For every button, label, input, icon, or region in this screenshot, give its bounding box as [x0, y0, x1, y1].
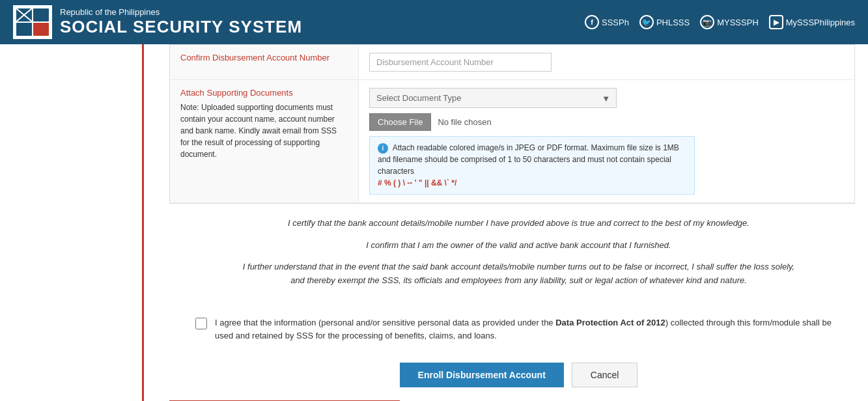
page-wrapper: Republic of the Philippines SOCIAL SECUR… — [0, 0, 868, 401]
twitter-icon: 🐦 — [639, 15, 654, 29]
info-text: Attach readable colored image/s in JPEG … — [378, 143, 679, 176]
main-content: Confirm Disbursement Account Number Atta… — [0, 44, 868, 401]
republic-text: Republic of the Philippines — [60, 7, 302, 17]
file-chooser-row: Choose File No file chosen — [369, 113, 844, 131]
file-info-box: i Attach readable colored image/s in JPE… — [369, 136, 695, 195]
checkbox-text-before: I agree that the information (personal a… — [215, 318, 555, 327]
confirm-account-input[interactable] — [369, 53, 552, 72]
header-left: Republic of the Philippines SOCIAL SECUR… — [13, 5, 302, 39]
youtube-label: MySSSPhilippines — [786, 18, 855, 27]
social-facebook: f SSSPh — [585, 15, 629, 29]
special-chars-text: # % ( ) \ -- ' " || && \` */ — [378, 178, 456, 187]
cert-text-3: I further understand that in the event t… — [239, 260, 799, 288]
doc-type-select[interactable]: Select Document Type — [369, 88, 617, 108]
choose-file-button[interactable]: Choose File — [369, 113, 431, 131]
header-title: Republic of the Philippines SOCIAL SECUR… — [60, 7, 302, 37]
social-twitter: 🐦 PHLSSS — [639, 15, 690, 29]
info-icon: i — [378, 143, 388, 154]
data-protection-act-text: Data Protection Act of 2012 — [555, 318, 665, 327]
social-instagram: 📷 MYSSSPH — [700, 15, 759, 29]
confirm-account-label-cell: Confirm Disbursement Account Number — [170, 45, 359, 79]
header-social: f SSSPh 🐦 PHLSSS 📷 MYSSSPH ▶ MySSSPhilip… — [585, 15, 855, 29]
attach-documents-label-cell: Attach Supporting Documents Note: Upload… — [170, 80, 359, 202]
attach-documents-row: Attach Supporting Documents Note: Upload… — [170, 80, 854, 203]
form-section: Confirm Disbursement Account Number Atta… — [169, 44, 855, 204]
twitter-label: PHLSSS — [656, 18, 690, 27]
confirm-account-label: Confirm Disbursement Account Number — [180, 53, 329, 62]
cert-text-1: I certify that the bank account details/… — [195, 217, 842, 230]
attach-documents-note: Note: Uploaded supporting documents must… — [180, 102, 348, 160]
certification-section: I certify that the bank account details/… — [169, 204, 868, 310]
social-youtube: ▶ MySSSPhilippines — [769, 15, 855, 29]
no-file-text: No file chosen — [438, 117, 491, 127]
facebook-label: SSSPh — [602, 18, 629, 27]
attach-documents-label: Attach Supporting Documents — [180, 88, 348, 98]
svg-rect-3 — [16, 23, 32, 36]
facebook-icon: f — [585, 15, 599, 29]
sss-name-text: SOCIAL SECURITY SYSTEM — [60, 17, 302, 37]
sss-logo — [13, 5, 52, 39]
attach-documents-input-cell: Select Document Type ▼ Choose File No fi… — [359, 80, 854, 202]
instagram-icon: 📷 — [700, 15, 714, 29]
svg-rect-2 — [33, 8, 49, 21]
cancel-button[interactable]: Cancel — [572, 363, 638, 387]
enroll-disbursement-button[interactable]: Enroll Disbursement Account — [400, 363, 564, 387]
data-protection-checkbox[interactable] — [195, 318, 207, 329]
instagram-label: MYSSSPH — [717, 18, 759, 27]
svg-rect-4 — [33, 23, 49, 36]
youtube-icon: ▶ — [769, 15, 783, 29]
button-row: Enroll Disbursement Account Cancel — [169, 356, 868, 400]
checkbox-label: I agree that the information (personal a… — [215, 316, 842, 344]
cert-text-2: I confirm that I am the owner of the val… — [195, 239, 842, 252]
confirm-account-input-cell — [359, 45, 854, 79]
confirm-account-row: Confirm Disbursement Account Number — [170, 45, 854, 80]
doc-select-wrapper: Select Document Type ▼ — [369, 88, 617, 108]
checkbox-row: I agree that the information (personal a… — [169, 310, 868, 357]
header: Republic of the Philippines SOCIAL SECUR… — [0, 0, 868, 44]
